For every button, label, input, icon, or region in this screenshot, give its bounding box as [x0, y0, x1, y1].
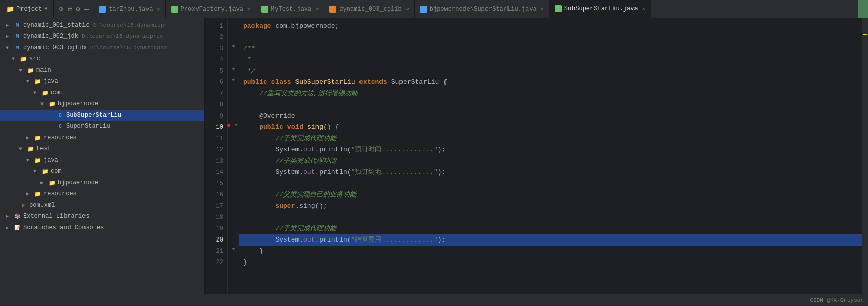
- arrow-com-main: ▼: [33, 90, 39, 96]
- code-line-6: public class SubSuperStarLiu extends Sup…: [239, 77, 862, 88]
- tab-MyTest[interactable]: MyTest.java ✕: [256, 0, 324, 18]
- label-scratches: Scratches and Consoles: [23, 224, 104, 231]
- arrow-resources-main: ▶: [26, 135, 32, 141]
- globe-icon[interactable]: ⊕: [59, 5, 63, 13]
- tree-item-src[interactable]: ▼ 📁 src: [0, 53, 204, 64]
- tree-item-bjpowernode-test[interactable]: ▶ 📁 bjpowernode: [0, 177, 204, 188]
- tree-item-resources-test[interactable]: ▶ 📁 resources: [0, 188, 204, 200]
- right-scrollbar-stripe[interactable]: [862, 18, 868, 294]
- tree-item-pom[interactable]: m pom.xml: [0, 200, 204, 211]
- tab-ProxyFactory[interactable]: ProxyFactory.java ✕: [166, 0, 256, 18]
- ln-11: 11: [205, 133, 223, 144]
- code-content[interactable]: package com.bjpowernode; /** * */: [239, 18, 862, 294]
- arrow-java-main: ▼: [26, 79, 32, 84]
- tree-item-test[interactable]: ▼ 📁 test: [0, 143, 204, 155]
- code-line-11: //子类完成代理功能: [239, 133, 862, 144]
- gutter-18: [228, 210, 239, 221]
- tree-item-SuperStarLiu[interactable]: C SuperStarLiu: [0, 121, 204, 132]
- tab-bjpSuperStarLiu-icon: [420, 6, 427, 13]
- ln-18: 18: [205, 212, 223, 223]
- tree-item-java-test[interactable]: ▼ 📁 java: [0, 155, 204, 166]
- label-SuperStarLiu: SuperStarLiu: [66, 123, 110, 130]
- folder-icon-main: 📁: [27, 67, 35, 74]
- arrow-bjpowernode-test: ▶: [40, 180, 47, 186]
- gutter-4: [228, 52, 239, 63]
- ln-20: 20: [205, 234, 223, 246]
- code-line-2: [239, 32, 862, 43]
- tree-item-bjpowernode[interactable]: ▼ 📁 bjpowernode: [0, 98, 204, 110]
- gutter: ▼ ▼ ▼ ● ▼ ▼: [228, 18, 239, 294]
- folder-icon-test: 📁: [27, 145, 35, 152]
- tab-SubSuperStarLiu-close[interactable]: ✕: [642, 6, 645, 12]
- src-icon: 📁: [19, 55, 28, 62]
- tab-tarZhou[interactable]: tarZhou.java ✕: [94, 0, 165, 18]
- ln-7: 7: [205, 88, 223, 99]
- tab-SubSuperStarLiu[interactable]: SubSuperStarLiu.java ✕: [549, 0, 651, 18]
- sidebar: ▶ M dynamic_001_static D:\course\15.dyna…: [0, 18, 205, 294]
- ln-16: 16: [205, 189, 223, 201]
- code-line-17: super.sing();: [239, 201, 862, 212]
- code-line-19: //子类完成代理功能: [239, 223, 862, 234]
- label-java-test: java: [44, 157, 58, 164]
- code-line-16: //父类实现自己的业务功能: [239, 189, 862, 201]
- gutter-20: [228, 232, 239, 244]
- main-layout: ▶ M dynamic_001_static D:\course\15.dyna…: [0, 18, 868, 294]
- tree-item-com-main[interactable]: ▼ 📁 com: [0, 87, 204, 98]
- label-SubSuperStarLiu: SubSuperStarLiu: [66, 112, 121, 119]
- arrow-java-test: ▼: [26, 158, 32, 163]
- tab-bjpSuperStarLiu[interactable]: bjpowernode\SuperStarLiu.java ✕: [415, 0, 549, 18]
- tree-item-dynamic002[interactable]: ▶ M dynamic_002_jdk D:\course\15.dynamic…: [0, 31, 204, 42]
- tree-item-scratches[interactable]: ▶ 📝 Scratches and Consoles: [0, 222, 204, 233]
- gutter-fold-21[interactable]: ▼: [228, 244, 239, 255]
- gutter-12: [228, 142, 239, 154]
- gutter-10: ● ▼: [228, 120, 239, 131]
- tree-item-main[interactable]: ▼ 📁 main: [0, 64, 204, 76]
- tree-item-dynamic003[interactable]: ▼ M dynamic_003_cglib D:\course\15.dynam…: [0, 42, 204, 53]
- tab-SubSuperStarLiu-label: SubSuperStarLiu.java: [564, 5, 638, 12]
- code-line-13: //子类完成代理功能: [239, 156, 862, 167]
- label-test: test: [36, 145, 51, 152]
- gutter-9: [228, 108, 239, 120]
- tab-dynamic003[interactable]: dynamic_003_cglib ✕: [324, 0, 414, 18]
- tab-ProxyFactory-label: ProxyFactory.java: [181, 6, 243, 13]
- tree-item-resources-main[interactable]: ▶ 📁 resources: [0, 132, 204, 143]
- minus-icon[interactable]: —: [84, 5, 89, 13]
- gutter-fold-5[interactable]: ▼: [228, 63, 239, 75]
- tab-bjpSuperStarLiu-close[interactable]: ✕: [541, 6, 544, 12]
- arrow-bjpowernode: ▼: [40, 101, 47, 107]
- resources-icon-test: 📁: [34, 190, 42, 198]
- code-line-15: [239, 178, 862, 189]
- tab-ProxyFactory-close[interactable]: ✕: [247, 6, 250, 12]
- ln-4: 4: [205, 54, 223, 65]
- code-line-3: /**: [239, 43, 862, 54]
- settings-icon[interactable]: ⚙: [76, 5, 80, 13]
- nav-icons: ⊕ ⇄ ⚙ —: [54, 0, 94, 18]
- arrow-resources-test: ▶: [26, 191, 32, 197]
- gutter-8: [228, 97, 239, 108]
- gutter-7: [228, 86, 239, 97]
- arrow-main: ▼: [19, 68, 25, 73]
- tab-MyTest-close[interactable]: ✕: [315, 6, 319, 12]
- tree-item-java-main[interactable]: ▼ 📁 java: [0, 76, 204, 87]
- tree-item-dynamic001[interactable]: ▶ M dynamic_001_static D:\course\15.dyna…: [0, 19, 204, 31]
- arrow-external-libs: ▶: [6, 213, 12, 220]
- tree-item-external-libs[interactable]: ▶ 📚 External Libraries: [0, 211, 204, 222]
- ln-21: 21: [205, 246, 223, 257]
- tab-MyTest-icon: [261, 6, 268, 13]
- tree-item-com-test[interactable]: ▼ 📁 com: [0, 166, 204, 177]
- tree-item-SubSuperStarLiu[interactable]: C SubSuperStarLiu: [0, 110, 204, 121]
- gutter-16: [228, 187, 239, 199]
- gutter-fold-3[interactable]: ▼: [228, 41, 239, 52]
- tab-tarZhou-close[interactable]: ✕: [157, 6, 160, 12]
- gutter-fold-6[interactable]: ▼: [228, 75, 239, 86]
- ln-13: 13: [205, 156, 223, 167]
- fold-arrow-10[interactable]: ▼: [235, 123, 237, 128]
- ln-12: 12: [205, 144, 223, 156]
- tab-dynamic003-close[interactable]: ✕: [406, 6, 409, 12]
- arrows-icon[interactable]: ⇄: [68, 5, 72, 13]
- arrow-dynamic003: ▼: [6, 45, 12, 51]
- project-dropdown[interactable]: 📁 Project ▼: [0, 0, 54, 18]
- tab-dynamic003-label: dynamic_003_cglib: [339, 6, 401, 13]
- label-external-libs: External Libraries: [23, 213, 90, 220]
- code-line-14: System.out.println("预订场地.............");: [239, 167, 862, 178]
